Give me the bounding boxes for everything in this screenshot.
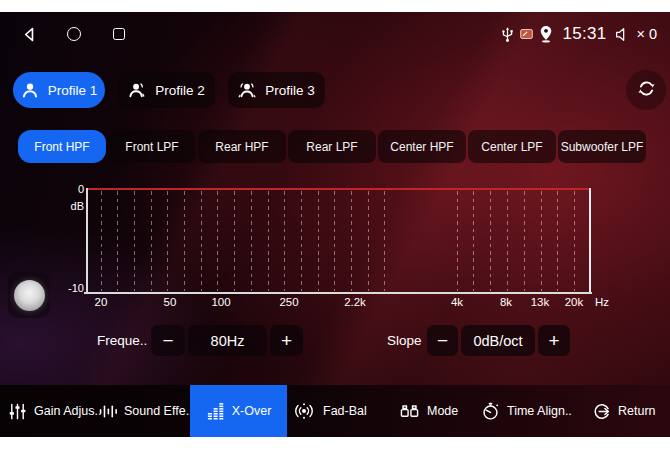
y-axis-bottom-label: -10 — [56, 282, 84, 294]
grid-line — [301, 191, 302, 291]
slope-minus-button[interactable]: − — [427, 325, 458, 356]
home-button[interactable] — [65, 25, 83, 43]
filter-tab-label: Rear HPF — [215, 140, 268, 154]
nav-label: Gain Adjus.. — [34, 404, 101, 418]
nav-mode[interactable]: Mode — [399, 385, 458, 437]
grid-line — [457, 191, 458, 291]
profile-3-icon — [238, 81, 256, 99]
home-icon — [67, 27, 81, 41]
mode-icon — [399, 402, 420, 421]
nav-time-align[interactable]: Time Align.. — [481, 385, 572, 437]
grid-line — [251, 191, 252, 291]
profile-2-icon — [128, 81, 146, 99]
grid-line — [284, 191, 285, 291]
filter-tab-label: Subwoofer LPF — [561, 140, 644, 154]
recents-button[interactable] — [110, 25, 128, 43]
profile-tab-label: Profile 2 — [155, 83, 205, 98]
frequency-value: 80Hz — [188, 325, 267, 356]
frequency-plus-button[interactable]: + — [270, 325, 303, 356]
nav-label: Sound Effe.. — [124, 404, 193, 418]
x-tick-label: 8k — [500, 296, 512, 308]
knob-circle — [14, 280, 45, 311]
x-tick-label: 20k — [565, 296, 584, 308]
grid-line — [473, 191, 474, 291]
status-bar: 15:31 × 0 — [0, 14, 670, 54]
filter-tab-front-lpf[interactable]: Front LPF — [108, 130, 196, 163]
profile-tab-3[interactable]: Profile 3 — [228, 72, 325, 108]
slope-value: 0dB/oct — [461, 325, 535, 356]
filter-tab-center-hpf[interactable]: Center HPF — [378, 130, 466, 163]
grid-line — [541, 191, 542, 291]
grid-line — [268, 191, 269, 291]
profile-tab-1[interactable]: Profile 1 — [13, 72, 105, 108]
grid-line — [524, 191, 525, 291]
return-arrow-icon — [592, 402, 611, 421]
nav-return[interactable]: Return — [592, 385, 656, 437]
slope-plus-button[interactable]: + — [538, 325, 570, 356]
clock: 15:31 — [562, 24, 606, 44]
gain-sliders-icon — [8, 402, 27, 421]
grid-line — [151, 191, 152, 291]
storage-card-icon — [520, 29, 533, 39]
x-tick-label: 250 — [279, 296, 298, 308]
location-icon — [539, 25, 553, 43]
nav-x-over[interactable]: X-Over — [190, 385, 287, 437]
nav-fad-bal[interactable]: Fad-Bal — [292, 385, 367, 437]
status-icons: 15:31 × 0 — [501, 24, 657, 44]
grid-line — [201, 191, 202, 291]
nav-label: Fad-Bal — [323, 404, 367, 418]
grid-line — [101, 191, 102, 291]
grid-line — [384, 191, 385, 291]
profile-tab-label: Profile 3 — [265, 83, 315, 98]
filter-tab-subwoofer-lpf[interactable]: Subwoofer LPF — [558, 130, 646, 163]
filter-tab-front-hpf[interactable]: Front HPF — [18, 130, 106, 163]
grid-line — [574, 191, 575, 291]
response-curve — [88, 188, 590, 190]
recents-icon — [113, 28, 125, 40]
back-button[interactable] — [20, 25, 38, 43]
grid-line — [557, 191, 558, 291]
y-axis-unit-label: dB — [56, 200, 84, 212]
plot-area — [88, 188, 590, 292]
slope-label: Slope — [387, 325, 422, 356]
x-axis-line — [84, 292, 592, 294]
grid-line — [368, 191, 369, 291]
filter-tab-rear-hpf[interactable]: Rear HPF — [198, 130, 286, 163]
grid-line — [318, 191, 319, 291]
nav-label: Return — [618, 404, 656, 418]
grid-line — [351, 191, 352, 291]
filter-tab-rear-lpf[interactable]: Rear LPF — [288, 130, 376, 163]
filter-tab-label: Front HPF — [34, 140, 89, 154]
volume-level: × 0 — [636, 26, 657, 42]
filter-tab-label: Rear LPF — [306, 140, 357, 154]
profile-1-icon — [21, 81, 39, 99]
profile-tab-label: Profile 1 — [48, 83, 98, 98]
x-tick-label: 100 — [211, 296, 230, 308]
filter-tab-label: Center HPF — [390, 140, 453, 154]
y-axis-line — [86, 188, 88, 294]
grid-line — [334, 191, 335, 291]
refresh-icon — [635, 77, 658, 103]
filter-tab-label: Front LPF — [125, 140, 178, 154]
equalizer-icon — [206, 402, 225, 421]
refresh-button[interactable] — [626, 70, 666, 110]
frequency-minus-button[interactable]: − — [151, 325, 185, 356]
filter-tab-center-lpf[interactable]: Center LPF — [468, 130, 556, 163]
stopwatch-icon — [481, 402, 500, 421]
nav-sound-effe[interactable]: Sound Effe.. — [98, 385, 193, 437]
grid-line — [234, 191, 235, 291]
nav-label: X-Over — [232, 404, 272, 418]
sound-effect-bars-icon — [98, 402, 117, 421]
profile-tab-2[interactable]: Profile 2 — [118, 72, 215, 108]
x-tick-label: 50 — [164, 296, 177, 308]
nav-label: Time Align.. — [507, 404, 572, 418]
nav-gain-adjus[interactable]: Gain Adjus.. — [8, 385, 101, 437]
nav-label: Mode — [427, 404, 458, 418]
right-axis-line — [589, 188, 591, 293]
head-unit-screen: 15:31 × 0 Profile 1 Profile 2 Profile 3 … — [0, 12, 670, 437]
volume-knob[interactable] — [8, 272, 50, 318]
grid-line — [217, 191, 218, 291]
fader-balance-icon — [292, 401, 316, 421]
grid-line — [184, 191, 185, 291]
y-axis-top-label: 0 — [56, 183, 84, 195]
